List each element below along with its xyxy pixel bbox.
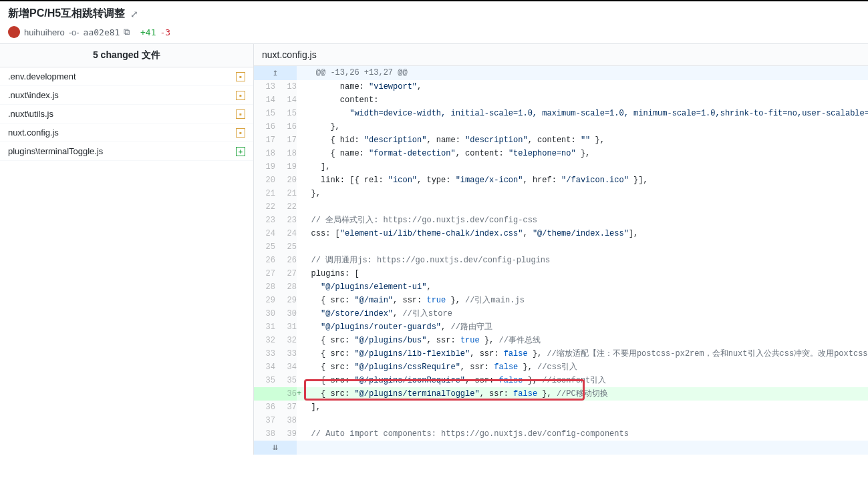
line-num-old[interactable]: 35 bbox=[254, 374, 275, 387]
line-num-old[interactable]: 28 bbox=[254, 280, 275, 294]
status-modified-icon: ■ bbox=[236, 91, 245, 100]
diff-marker bbox=[297, 294, 301, 307]
diff-line: 2424 css: ["element-ui/lib/theme-chalk/i… bbox=[254, 227, 868, 240]
line-num-new[interactable]: 37 bbox=[275, 401, 297, 414]
line-num-new[interactable]: 35 bbox=[275, 374, 297, 387]
line-num-new[interactable]: 36 bbox=[275, 387, 297, 401]
line-num-old[interactable]: 16 bbox=[254, 120, 275, 134]
diff-marker bbox=[297, 254, 301, 267]
line-num-old[interactable]: 17 bbox=[254, 134, 275, 147]
line-num-old[interactable]: 31 bbox=[254, 320, 275, 334]
line-num-old[interactable]: 29 bbox=[254, 294, 275, 307]
diff-line: 3434 { src: "@/plugins/cssRequire", ssr:… bbox=[254, 360, 868, 374]
file-item[interactable]: plugins\terminalToggle.js+ bbox=[0, 142, 253, 161]
line-num-new[interactable]: 18 bbox=[275, 147, 297, 160]
diff-marker bbox=[297, 174, 301, 187]
line-num-old[interactable]: 20 bbox=[254, 174, 275, 187]
line-num-new[interactable]: 19 bbox=[275, 160, 297, 174]
code-content: "width=device-width, initial-scale=1.0, … bbox=[301, 107, 868, 120]
diff-marker: + bbox=[297, 387, 301, 401]
diff-marker bbox=[297, 120, 301, 134]
author-name[interactable]: huihuihero bbox=[24, 27, 65, 37]
line-num-new[interactable]: 14 bbox=[275, 93, 297, 107]
line-num-new[interactable]: 20 bbox=[275, 174, 297, 187]
line-num-old[interactable]: 14 bbox=[254, 93, 275, 107]
code-content: { src: "@/plugins/terminalToggle", ssr: … bbox=[301, 387, 868, 401]
line-num-new[interactable]: 24 bbox=[275, 227, 297, 240]
line-num-old[interactable]: 19 bbox=[254, 160, 275, 174]
diff-marker bbox=[297, 147, 301, 160]
expand-down-icon[interactable]: ⇊ bbox=[254, 441, 297, 455]
status-added-icon: + bbox=[236, 147, 245, 156]
diff-line: 1515 "width=device-width, initial-scale=… bbox=[254, 107, 868, 120]
code-content: css: ["element-ui/lib/theme-chalk/index.… bbox=[301, 227, 868, 240]
diff-line: 2020 link: [{ rel: "icon", type: "image/… bbox=[254, 174, 868, 187]
line-num-old[interactable]: 37 bbox=[254, 414, 275, 427]
code-content bbox=[301, 414, 868, 427]
line-num-new[interactable]: 31 bbox=[275, 320, 297, 334]
line-num-new[interactable]: 39 bbox=[275, 427, 297, 441]
line-num-old[interactable]: 23 bbox=[254, 214, 275, 227]
line-num-old[interactable]: 30 bbox=[254, 307, 275, 320]
status-modified-icon: ■ bbox=[236, 109, 245, 119]
diff-marker bbox=[297, 160, 301, 174]
line-num-new[interactable]: 21 bbox=[275, 187, 297, 200]
diff-line: 2121 }, bbox=[254, 187, 868, 200]
line-num-old[interactable]: 15 bbox=[254, 107, 275, 120]
diff-line: 1919 ], bbox=[254, 160, 868, 174]
line-num-new[interactable]: 28 bbox=[275, 280, 297, 294]
code-content: "@/plugins/router-guards", //路由守卫 bbox=[301, 320, 868, 334]
line-num-old[interactable] bbox=[254, 387, 275, 401]
file-list: .env.development■.nuxt\index.js■.nuxt\ut… bbox=[0, 67, 253, 161]
line-num-new[interactable]: 38 bbox=[275, 414, 297, 427]
line-num-old[interactable]: 32 bbox=[254, 334, 275, 347]
line-num-old[interactable]: 13 bbox=[254, 80, 275, 93]
diff-marker bbox=[297, 214, 301, 227]
line-num-old[interactable]: 26 bbox=[254, 254, 275, 267]
line-num-old[interactable]: 27 bbox=[254, 267, 275, 280]
avatar bbox=[8, 26, 20, 38]
line-num-new[interactable]: 32 bbox=[275, 334, 297, 347]
file-item[interactable]: .env.development■ bbox=[0, 67, 253, 86]
line-num-old[interactable]: 34 bbox=[254, 360, 275, 374]
expand-up-icon[interactable]: ↥ bbox=[254, 66, 297, 80]
line-num-new[interactable]: 25 bbox=[275, 240, 297, 254]
line-num-new[interactable]: 30 bbox=[275, 307, 297, 320]
line-num-new[interactable]: 15 bbox=[275, 107, 297, 120]
line-num-new[interactable]: 16 bbox=[275, 120, 297, 134]
line-num-old[interactable]: 24 bbox=[254, 227, 275, 240]
line-num-new[interactable]: 33 bbox=[275, 347, 297, 360]
line-num-new[interactable]: 17 bbox=[275, 134, 297, 147]
line-num-new[interactable]: 27 bbox=[275, 267, 297, 280]
line-num-new[interactable]: 23 bbox=[275, 214, 297, 227]
line-num-old[interactable]: 22 bbox=[254, 200, 275, 214]
line-num-old[interactable]: 25 bbox=[254, 240, 275, 254]
file-name: .nuxt\index.js bbox=[8, 90, 59, 100]
line-num-old[interactable]: 33 bbox=[254, 347, 275, 360]
file-item[interactable]: .nuxt\utils.js■ bbox=[0, 105, 253, 124]
line-num-old[interactable]: 18 bbox=[254, 147, 275, 160]
line-num-new[interactable]: 29 bbox=[275, 294, 297, 307]
line-num-old[interactable]: 38 bbox=[254, 427, 275, 441]
diff-line: 2828 "@/plugins/element-ui", bbox=[254, 280, 868, 294]
commit-hash[interactable]: aa02e81 bbox=[84, 27, 120, 37]
line-num-new[interactable]: 34 bbox=[275, 360, 297, 374]
copy-icon[interactable]: ⧉ bbox=[124, 27, 130, 37]
code-content: { src: "@/plugins/bus", ssr: true }, //事… bbox=[301, 334, 868, 347]
line-num-new[interactable]: 22 bbox=[275, 200, 297, 214]
diff-line: 1616 }, bbox=[254, 120, 868, 134]
line-num-old[interactable]: 36 bbox=[254, 401, 275, 414]
line-num-new[interactable]: 26 bbox=[275, 254, 297, 267]
code-content: // 全局样式引入: https://go.nuxtjs.dev/config-… bbox=[301, 214, 868, 227]
file-item[interactable]: .nuxt\index.js■ bbox=[0, 86, 253, 105]
line-num-old[interactable]: 21 bbox=[254, 187, 275, 200]
expand-icon[interactable]: ⤢ bbox=[130, 9, 138, 19]
line-num-new[interactable]: 13 bbox=[275, 80, 297, 93]
diff-line: 3232 { src: "@/plugins/bus", ssr: true }… bbox=[254, 334, 868, 347]
file-item[interactable]: nuxt.config.js■ bbox=[0, 124, 253, 142]
code-content: { src: "@/main", ssr: true }, //引入main.j… bbox=[301, 294, 868, 307]
diff-marker bbox=[297, 401, 301, 414]
diff-marker bbox=[297, 267, 301, 280]
diff-marker bbox=[297, 414, 301, 427]
diff-filename: nuxt.config.js bbox=[254, 44, 868, 66]
